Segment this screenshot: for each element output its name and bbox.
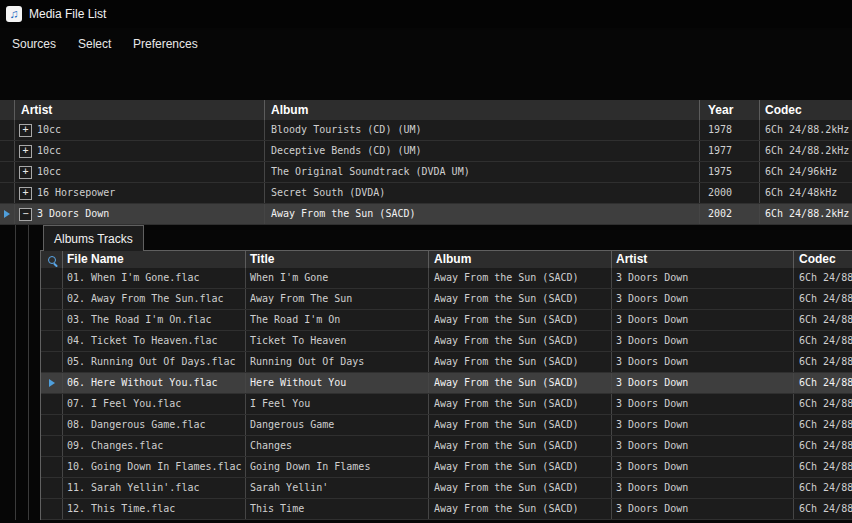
- current-row-arrow-icon: [4, 210, 10, 218]
- menu-sources[interactable]: Sources: [12, 28, 56, 60]
- window-title: Media File List: [29, 7, 106, 21]
- cell-artist: 3 Doors Down: [612, 310, 794, 330]
- track-row[interactable]: 01. When I'm Gone.flacWhen I'm GoneAway …: [41, 268, 852, 289]
- cell-file-name: 02. Away From The Sun.flac: [63, 289, 246, 309]
- column-header-codec[interactable]: Codec: [794, 251, 852, 268]
- cell-album: Away From the Sun (SACD): [429, 415, 612, 435]
- title-bar: ♫ Media File List: [0, 0, 852, 28]
- cell-album: Away From the Sun (SACD): [429, 268, 612, 288]
- row-gutter: [0, 120, 15, 140]
- row-gutter: [41, 373, 63, 393]
- cell-album: Away From the Sun (SACD): [429, 394, 612, 414]
- app-music-note-icon: ♫: [6, 6, 22, 22]
- cell-file-name: 10. Going Down In Flames.flac: [63, 457, 246, 477]
- column-header-file-name[interactable]: File Name: [63, 251, 246, 268]
- track-row[interactable]: 02. Away From The Sun.flacAway From The …: [41, 289, 852, 310]
- cell-title: Going Down In Flames: [246, 457, 429, 477]
- cell-codec: 6Ch 24/88.2kHz: [794, 478, 852, 498]
- track-row[interactable]: 11. Sarah Yellin'.flacSarah Yellin'Away …: [41, 478, 852, 499]
- album-row[interactable]: +10ccDeceptive Bends (CD) (UM)19776Ch 24…: [0, 141, 852, 162]
- cell-artist: +10cc: [15, 141, 265, 161]
- cell-artist: 3 Doors Down: [612, 415, 794, 435]
- track-row[interactable]: 10. Going Down In Flames.flacGoing Down …: [41, 457, 852, 478]
- toolbar: Source Type: Music Scan Source 1186 Albu…: [0, 60, 852, 100]
- cell-artist: 3 Doors Down: [612, 457, 794, 477]
- cell-codec: 6Ch 24/88.2kHz: [760, 120, 852, 140]
- track-row[interactable]: 05. Running Out Of Days.flacRunning Out …: [41, 352, 852, 373]
- cell-year: 1977: [700, 141, 760, 161]
- album-row[interactable]: +16 HorsepowerSecret South (DVDA)20006Ch…: [0, 183, 852, 204]
- row-gutter: [0, 204, 15, 224]
- cell-codec: 6Ch 24/88.2kHz: [794, 268, 852, 288]
- search-icon[interactable]: [48, 256, 56, 264]
- column-header-artist[interactable]: Artist: [15, 100, 265, 120]
- expand-icon[interactable]: +: [19, 166, 32, 179]
- tab-albums-tracks[interactable]: Albums Tracks: [43, 225, 144, 251]
- cell-codec: 6Ch 24/88.2kHz: [794, 457, 852, 477]
- column-header-artist[interactable]: Artist: [612, 251, 794, 268]
- cell-title: The Road I'm On: [246, 310, 429, 330]
- cell-codec: 6Ch 24/88.2kHz: [760, 141, 852, 161]
- tracks-grid: File Name Title Album Artist Codec 01. W…: [40, 250, 852, 520]
- cell-title: Sarah Yellin': [246, 478, 429, 498]
- cell-codec: 6Ch 24/88.2kHz: [794, 289, 852, 309]
- collapse-icon[interactable]: −: [19, 208, 32, 221]
- row-gutter: [41, 352, 63, 372]
- cell-file-name: 08. Dangerous Game.flac: [63, 415, 246, 435]
- albums-grid-body: +10ccBloody Tourists (CD) (UM)19786Ch 24…: [0, 120, 852, 225]
- row-gutter: [0, 183, 15, 203]
- track-row[interactable]: 06. Here Without You.flacHere Without Yo…: [41, 373, 852, 394]
- expand-icon[interactable]: +: [19, 124, 32, 137]
- albums-grid-header: Artist Album Year Codec: [0, 100, 852, 120]
- column-header-codec[interactable]: Codec: [760, 100, 852, 120]
- cell-file-name: 05. Running Out Of Days.flac: [63, 352, 246, 372]
- expand-icon[interactable]: +: [19, 187, 32, 200]
- track-row[interactable]: 07. I Feel You.flacI Feel YouAway From t…: [41, 394, 852, 415]
- cell-title: When I'm Gone: [246, 268, 429, 288]
- track-row[interactable]: 12. This Time.flacThis TimeAway From the…: [41, 499, 852, 520]
- row-gutter: [41, 394, 63, 414]
- cell-album: Away From the Sun (SACD): [429, 457, 612, 477]
- track-row[interactable]: 04. Ticket To Heaven.flacTicket To Heave…: [41, 331, 852, 352]
- column-header-album[interactable]: Album: [265, 100, 700, 120]
- cell-codec: 6Ch 24/88.2kHz: [794, 436, 852, 456]
- cell-album: The Original Soundtrack (DVDA UM): [265, 162, 700, 182]
- cell-codec: 6Ch 24/96kHz: [760, 162, 852, 182]
- menu-select[interactable]: Select: [78, 28, 111, 60]
- column-header-title[interactable]: Title: [246, 251, 429, 268]
- cell-title: Running Out Of Days: [246, 352, 429, 372]
- cell-artist: 3 Doors Down: [612, 268, 794, 288]
- cell-album: Away From the Sun (SACD): [429, 499, 612, 519]
- track-row[interactable]: 09. Changes.flacChangesAway From the Sun…: [41, 436, 852, 457]
- column-header-album[interactable]: Album: [429, 251, 612, 268]
- cell-album: Away From the Sun (SACD): [429, 310, 612, 330]
- cell-file-name: 03. The Road I'm On.flac: [63, 310, 246, 330]
- cell-artist: 3 Doors Down: [612, 289, 794, 309]
- album-row[interactable]: −3 Doors DownAway From the Sun (SACD)200…: [0, 204, 852, 225]
- cell-codec: 6Ch 24/88.2kHz: [794, 310, 852, 330]
- cell-title: Changes: [246, 436, 429, 456]
- column-header-year[interactable]: Year: [700, 100, 760, 120]
- cell-artist: 3 Doors Down: [612, 352, 794, 372]
- header-gutter: [0, 100, 15, 120]
- expand-icon[interactable]: +: [19, 145, 32, 158]
- cell-album: Secret South (DVDA): [265, 183, 700, 203]
- cell-year: 2000: [700, 183, 760, 203]
- cell-album: Away From the Sun (SACD): [429, 478, 612, 498]
- cell-artist: 3 Doors Down: [612, 478, 794, 498]
- row-gutter: [41, 436, 63, 456]
- track-row[interactable]: 03. The Road I'm On.flacThe Road I'm OnA…: [41, 310, 852, 331]
- cell-title: Ticket To Heaven: [246, 331, 429, 351]
- detail-indent-line: [28, 225, 29, 520]
- album-row[interactable]: +10ccThe Original Soundtrack (DVDA UM)19…: [0, 162, 852, 183]
- cell-artist: 3 Doors Down: [612, 436, 794, 456]
- track-row[interactable]: 08. Dangerous Game.flacDangerous GameAwa…: [41, 415, 852, 436]
- tracks-grid-body: 01. When I'm Gone.flacWhen I'm GoneAway …: [41, 268, 852, 520]
- cell-codec: 6Ch 24/88.2kHz: [794, 499, 852, 519]
- menu-preferences[interactable]: Preferences: [133, 28, 198, 60]
- album-row[interactable]: +10ccBloody Tourists (CD) (UM)19786Ch 24…: [0, 120, 852, 141]
- cell-artist: +10cc: [15, 162, 265, 182]
- row-gutter: [41, 268, 63, 288]
- cell-codec: 6Ch 24/88.2kHz: [794, 415, 852, 435]
- detail-indent-line: [15, 225, 16, 520]
